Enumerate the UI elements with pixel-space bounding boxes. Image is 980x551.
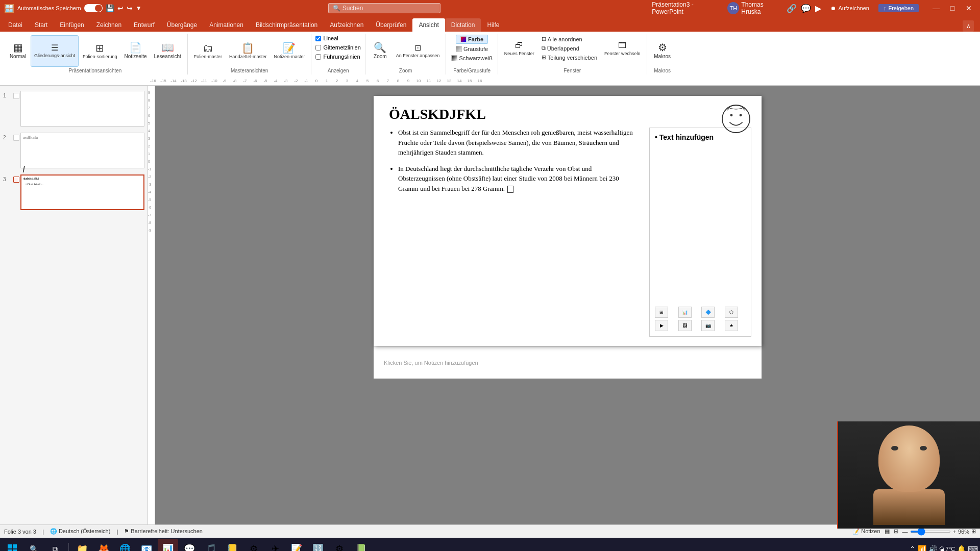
farbe-button[interactable]: Farbe (456, 35, 488, 44)
firefox-button[interactable]: 🦊 (93, 539, 114, 551)
slide-bullet-2[interactable]: In Deutschland liegt der durchschnittlic… (398, 164, 639, 194)
minimize-button[interactable]: — (929, 1, 943, 15)
zoom-slider[interactable]: — + 96% ⊞ (902, 528, 976, 535)
visual-studio-button[interactable]: ⚙ (243, 539, 264, 551)
language-indicator[interactable]: 🌐 Deutsch (Österreich) (50, 528, 111, 535)
makros-button[interactable]: ⚙ Makros (651, 35, 674, 67)
task-view-button[interactable]: ⧉ (45, 539, 65, 551)
chrome-button[interactable]: 🌐 (115, 539, 135, 551)
powerpoint-button[interactable]: 📊 (158, 539, 178, 551)
slide-thumbnail-1[interactable]: 1 (2, 90, 145, 128)
neues-fenster-button[interactable]: 🗗 Neues Fenster (501, 39, 537, 58)
gliederungsansicht-button[interactable]: ☰ Gliederungs-ansicht (31, 35, 79, 67)
tab-zeichnen[interactable]: Zeichnen (90, 18, 128, 32)
excel-button[interactable]: 📗 (351, 539, 371, 551)
outlook-button[interactable]: 📧 (136, 539, 157, 551)
slide-thumbnail-3[interactable]: 3 öalskdjfkl • Obst ist ein... (2, 173, 145, 211)
autosave-toggle[interactable] (84, 4, 103, 12)
volume-icon[interactable]: 🔊 (928, 545, 937, 551)
anpassen-button[interactable]: ⊡ An Fenster anpassen (393, 35, 443, 67)
notes-toggle[interactable]: 📝 Notizen (852, 528, 880, 535)
slide-main-text[interactable]: Obst ist ein Sammelbegriff der für den M… (384, 128, 644, 337)
teams-button[interactable]: 💬 (179, 539, 200, 551)
search-box[interactable]: 🔍 Suchen (328, 3, 440, 13)
schwarzweiß-button[interactable]: Schwarzweiß (449, 54, 494, 62)
insert-icons-icon[interactable]: ★ (725, 320, 738, 331)
zoom-range-input[interactable] (910, 531, 951, 533)
überlappend-button[interactable]: ⧉ Überlappend (540, 44, 599, 53)
keyboard-icon[interactable]: ⌨ (968, 545, 978, 551)
tab-entwurf[interactable]: Entwurf (128, 18, 161, 32)
lineal-checkbox[interactable]: Lineal (314, 35, 339, 42)
freigeben-button[interactable]: ↑ Freigeben (878, 4, 919, 12)
teilung-button[interactable]: ⊞ Teilung verschieben (540, 53, 599, 62)
tab-übergänge[interactable]: Übergänge (161, 18, 203, 32)
notes-panel[interactable]: Klicken Sie, um Notizen hinzuzufügen (374, 346, 762, 379)
start-button[interactable] (2, 539, 22, 551)
handzettelmaster-button[interactable]: 📋 Handzettel-master (226, 35, 270, 67)
tab-start[interactable]: Start (29, 18, 54, 32)
user-avatar[interactable]: TH (727, 2, 739, 14)
notepad-button[interactable]: 📝 (286, 539, 307, 551)
normal-button[interactable]: ▦ Normal (6, 35, 30, 67)
tab-animationen[interactable]: Animationen (203, 18, 250, 32)
aufzeichnen-button[interactable]: ⏺ Aufzeichnen (825, 4, 874, 12)
weather-widget[interactable]: 🌤 7°C (939, 546, 955, 551)
close-button[interactable]: ✕ (962, 1, 976, 15)
insert-chart-icon[interactable]: 📊 (678, 307, 692, 318)
folienmaster-button[interactable]: 🗂 Folien-master (191, 35, 225, 67)
accessibility-indicator[interactable]: ⚑ Barrierefreiheit: Untersuchen (124, 528, 203, 535)
gitternetzlinien-checkbox[interactable]: Gitternetzlinien (314, 44, 361, 51)
leseansicht-button[interactable]: 📖 Leseansicht (151, 35, 184, 67)
present-icon[interactable]: ▶ (815, 4, 821, 13)
graustufe-button[interactable]: Graustufe (454, 45, 490, 53)
insert-picture-icon[interactable]: 🖼 (678, 320, 692, 331)
zoom-button[interactable]: 🔍 Zoom (369, 35, 392, 67)
spotify-button[interactable]: 🎵 (201, 539, 221, 551)
ribbon-collapse-button[interactable]: ∧ (963, 20, 974, 32)
alle-anordnen-button[interactable]: ⊟ Alle anordnen (540, 35, 599, 43)
tab-bildschirmpräsentation[interactable]: Bildschirmpräsentation (250, 18, 324, 32)
undo-icon[interactable]: ↩ (117, 4, 124, 12)
quick-access-icon[interactable]: ▼ (136, 5, 142, 12)
notizseite-button[interactable]: 📄 Notizseite (121, 35, 150, 67)
insert-smartart-icon[interactable]: 🔷 (701, 307, 715, 318)
smiley-face[interactable] (721, 104, 751, 134)
fenster-wechseln-button[interactable]: 🗔 Fenster wechseln (601, 39, 644, 58)
insert-table-icon[interactable]: ⊞ (655, 307, 668, 318)
redo-icon[interactable]: ↪ (127, 4, 133, 12)
system-tray[interactable]: ⌃ (910, 545, 916, 551)
search-taskbar-button[interactable]: 🔍 (23, 539, 44, 551)
tab-datei[interactable]: Datei (2, 18, 29, 32)
insert-3d-icon[interactable]: ⬡ (725, 307, 738, 318)
führungslinien-checkbox[interactable]: Führungslinien (314, 53, 361, 60)
tab-ansicht[interactable]: Ansicht (412, 18, 445, 32)
slide-bullet-1[interactable]: Obst ist ein Sammelbegriff der für den M… (398, 128, 639, 158)
tab-dictation[interactable]: Dictation (445, 18, 481, 32)
foliensortierung-button[interactable]: ⊞ Folien-sortierung (80, 35, 120, 67)
tab-einfügen[interactable]: Einfügen (54, 18, 90, 32)
settings-button[interactable]: ⚙ (329, 539, 350, 551)
file-explorer-button[interactable]: 📁 (72, 539, 92, 551)
normal-view-btn[interactable]: ▦ (885, 528, 890, 535)
current-slide[interactable]: ÖALSKDJFKL Obst ist ein Sammelbegriff de… (374, 96, 762, 346)
maximize-button[interactable]: □ (945, 1, 960, 15)
slide-right-box[interactable]: • Text hinzufügen ⊞ 📊 🔷 ⬡ ▶ 🖼 📷 ★ (649, 128, 751, 337)
slide-thumbnail-2[interactable]: 2 asdfkafa (2, 132, 145, 169)
tab-überprüfen[interactable]: Überprüfen (370, 18, 412, 32)
network-icon[interactable]: 📶 (918, 545, 926, 551)
slide-title[interactable]: ÖALSKDJFKL (374, 96, 762, 128)
insert-stock-icon[interactable]: 📷 (701, 320, 715, 331)
tab-hilfe[interactable]: Hilfe (481, 18, 505, 32)
tab-aufzeichnen[interactable]: Aufzeichnen (324, 18, 370, 32)
slide-sorter-btn[interactable]: ⊞ (894, 528, 898, 535)
telegram-button[interactable]: ✈ (265, 539, 285, 551)
notification-icon[interactable]: 🔔 (957, 545, 966, 551)
share-icon[interactable]: 🔗 (787, 4, 797, 13)
insert-media-icon[interactable]: ▶ (655, 320, 668, 331)
office-icon[interactable]: 🪟 (4, 4, 14, 13)
comments-icon[interactable]: 💬 (801, 4, 811, 13)
onenote-button[interactable]: 📒 (222, 539, 242, 551)
save-icon[interactable]: 💾 (106, 4, 114, 12)
notizenmaster-button[interactable]: 📝 Notizen-master (271, 35, 308, 67)
